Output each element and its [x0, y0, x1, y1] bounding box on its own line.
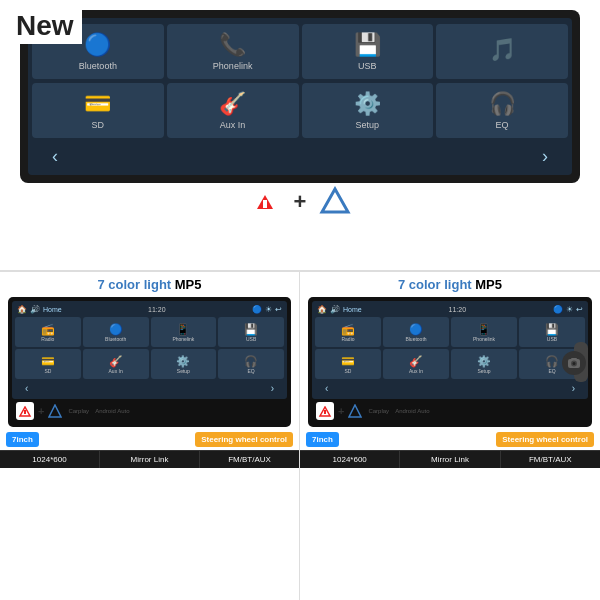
mini-nav-right-left[interactable]: ›	[271, 383, 274, 394]
bottom-section: 7 color light MP5 🏠 🔊 Home 11:20 🔵 ☀ ↩	[0, 270, 600, 600]
mini-icon-grid-row1-left: 📻 Radio 🔵 Bluetooth 📱 Phonelink 💾 USB	[15, 317, 284, 347]
mini-usb-left[interactable]: 💾 USB	[218, 317, 284, 347]
mini-nav-right-right[interactable]: ›	[572, 383, 575, 394]
auxin-label: Aux In	[220, 120, 246, 130]
info-row-right: 7inch Steering wheel control	[300, 429, 600, 450]
svg-marker-7	[49, 405, 61, 417]
auxin-icon: 🎸	[219, 91, 246, 117]
mini-setup-right[interactable]: ⚙️ Setup	[451, 349, 517, 379]
mini-android-left	[48, 404, 62, 418]
icon-cell-usb[interactable]: 💾 USB	[302, 24, 434, 79]
svg-point-13	[573, 362, 576, 365]
mini-eq-lbl: EQ	[248, 368, 255, 374]
mini-aux-right[interactable]: 🎸 Aux In	[383, 349, 449, 379]
svg-marker-10	[349, 405, 361, 417]
mini-setup-sym-right: ⚙️	[477, 355, 491, 368]
mini-bt-icon-right: 🔵	[553, 305, 563, 314]
new-badge: New	[8, 8, 82, 44]
mini-usb-lbl-right: USB	[547, 336, 557, 342]
android-auto-logo	[316, 183, 354, 221]
mini-aux-lbl: Aux In	[109, 368, 123, 374]
mini-time-right: 11:20	[449, 306, 467, 313]
mini-screen-right: 🏠 🔊 Home 11:20 🔵 ☀ ↩ 📻 Radio	[312, 301, 588, 399]
panel-title-mp5-right: MP5	[475, 277, 502, 292]
svg-rect-2	[263, 200, 267, 206]
mini-status-icons-left: 🏠 🔊 Home	[17, 305, 62, 314]
mini-radio-left[interactable]: 📻 Radio	[15, 317, 81, 347]
icon-cell-setup[interactable]: ⚙️ Setup	[302, 83, 434, 138]
spec-fm-right: FM/BT/AUX	[501, 451, 600, 468]
size-badge-left: 7inch	[6, 432, 39, 447]
mini-bt-icon-left: 🔵	[252, 305, 262, 314]
icon-grid-row2: 💳 SD 🎸 Aux In ⚙️ Setup 🎧 EQ	[32, 83, 568, 138]
icon-cell-music[interactable]: 🎵	[436, 24, 568, 79]
eq-icon: 🎧	[489, 91, 516, 117]
mini-stereo-left: 🏠 🔊 Home 11:20 🔵 ☀ ↩ 📻 Radio	[8, 297, 291, 427]
spec-mirror-left: Mirror Link	[100, 451, 200, 468]
mini-nav-left-left[interactable]: ‹	[25, 383, 28, 394]
nav-right-arrow[interactable]: ›	[542, 146, 548, 167]
size-badge-right: 7inch	[306, 432, 339, 447]
music-icon: 🎵	[489, 37, 516, 63]
mini-sd-sym-right: 💳	[341, 355, 355, 368]
mini-bt-sym-right: 🔵	[409, 323, 423, 336]
mini-sd-right[interactable]: 💳 SD	[315, 349, 381, 379]
mini-nav-row-right: ‹ ›	[315, 381, 585, 396]
panel-title-mp5-left: MP5	[175, 277, 202, 292]
carplay-logo	[246, 183, 284, 221]
spec-resolution-right: 1024*600	[300, 451, 400, 468]
mini-home2-icon: Home	[43, 306, 62, 313]
mini-radio-right[interactable]: 📻 Radio	[315, 317, 381, 347]
mini-plus-right: +	[338, 405, 344, 417]
mini-phonelink-left[interactable]: 📱 Phonelink	[151, 317, 217, 347]
icon-cell-auxin[interactable]: 🎸 Aux In	[167, 83, 299, 138]
mini-sd-sym: 💳	[41, 355, 55, 368]
mini-ph-sym: 📱	[176, 323, 190, 336]
panel-title-left: 7 color light MP5	[0, 272, 299, 297]
mini-icon-grid-row2-right: 💳 SD 🎸 Aux In ⚙️ Setup 🎧 EQ	[315, 349, 585, 379]
bt-label: Bluetooth	[79, 61, 117, 71]
mini-carplay-label-left: Carplay	[68, 408, 89, 414]
icon-cell-phonelink[interactable]: 📞 Phonelink	[167, 24, 299, 79]
camera-icon	[562, 351, 586, 375]
phonelink-label: Phonelink	[213, 61, 253, 71]
mini-nav-row-left: ‹ ›	[15, 381, 284, 396]
mini-carplay-row-left: + Carplay Android Auto	[12, 399, 287, 423]
svg-rect-6	[24, 410, 26, 414]
mini-sd-left[interactable]: 💳 SD	[15, 349, 81, 379]
svg-rect-9	[324, 410, 326, 414]
mini-eq-lbl-right: EQ	[548, 368, 555, 374]
mini-nav-left-right[interactable]: ‹	[325, 383, 328, 394]
mini-bt-lbl: Bluetooth	[105, 336, 126, 342]
mini-setup-lbl-right: Setup	[477, 368, 490, 374]
mini-icon-grid-row2-left: 💳 SD 🎸 Aux In ⚙️ Setup 🎧 EQ	[15, 349, 284, 379]
spec-mirror-right: Mirror Link	[400, 451, 500, 468]
mini-home-icon: 🏠	[17, 305, 27, 314]
icon-cell-eq[interactable]: 🎧 EQ	[436, 83, 568, 138]
panel-title-color-right: 7 color light	[398, 277, 475, 292]
mini-sun-icon-left: ☀	[265, 305, 272, 314]
setup-label: Setup	[356, 120, 380, 130]
phonelink-icon: 📞	[219, 32, 246, 58]
icon-grid-row1: 🔵 Bluetooth 📞 Phonelink 💾 USB 🎵	[32, 24, 568, 79]
mini-eq-left[interactable]: 🎧 EQ	[218, 349, 284, 379]
mini-bt-left[interactable]: 🔵 Bluetooth	[83, 317, 149, 347]
mini-speaker-icon: 🔊	[30, 305, 40, 314]
panel-right: 7 color light MP5 🏠 🔊 Home 11:20 🔵 ☀ ↩	[300, 272, 600, 600]
mini-ph-lbl: Phonelink	[172, 336, 194, 342]
mini-setup-left[interactable]: ⚙️ Setup	[151, 349, 217, 379]
mini-radio-lbl: Radio	[41, 336, 54, 342]
icon-cell-sd[interactable]: 💳 SD	[32, 83, 164, 138]
mini-carplay-logo-right	[316, 402, 334, 420]
mini-icon-grid-row1-right: 📻 Radio 🔵 Bluetooth 📱 Phonelink 💾 USB	[315, 317, 585, 347]
mini-eq-sym: 🎧	[244, 355, 258, 368]
nav-left-arrow[interactable]: ‹	[52, 146, 58, 167]
mini-phonelink-right[interactable]: 📱 Phonelink	[451, 317, 517, 347]
panel-left: 7 color light MP5 🏠 🔊 Home 11:20 🔵 ☀ ↩	[0, 272, 300, 600]
mini-bt-right[interactable]: 🔵 Bluetooth	[383, 317, 449, 347]
mini-ph-sym-right: 📱	[477, 323, 491, 336]
mini-aux-sym-right: 🎸	[409, 355, 423, 368]
info-row-left: 7inch Steering wheel control	[0, 429, 299, 450]
steering-badge-right: Steering wheel control	[496, 432, 594, 447]
mini-aux-left[interactable]: 🎸 Aux In	[83, 349, 149, 379]
